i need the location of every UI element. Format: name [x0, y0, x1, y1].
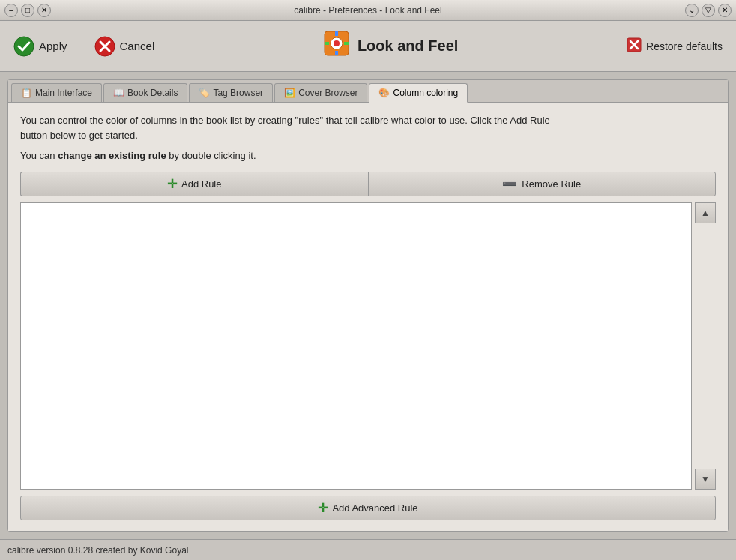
description-text: You can control the color of columns in …: [20, 113, 716, 142]
column-coloring-tab-label: Column coloring: [393, 88, 458, 98]
book-details-tab-icon: 📖: [113, 88, 124, 98]
main-content: 📋 Main Interface 📖 Book Details 🏷️ Tag B…: [0, 72, 736, 539]
tag-browser-tab-icon: 🏷️: [199, 88, 210, 98]
remove-rule-button[interactable]: ➖ Remove Rule: [368, 172, 717, 196]
change-rule-bold: change an existing rule: [58, 150, 166, 161]
svg-rect-8: [335, 51, 338, 55]
tab-book-details[interactable]: 📖 Book Details: [103, 83, 187, 102]
cancel-icon: [94, 36, 115, 57]
apply-icon: [13, 36, 34, 57]
apply-button[interactable]: Apply: [7, 33, 73, 60]
status-bar: calibre version 0.8.28 created by Kovid …: [0, 539, 736, 560]
tag-browser-tab-label: Tag Browser: [213, 88, 263, 98]
restore-defaults-button[interactable]: Restore defaults: [621, 34, 729, 58]
window-action-button-2[interactable]: ▽: [702, 4, 715, 17]
column-coloring-tab-content: You can control the color of columns in …: [8, 103, 728, 531]
rule-action-buttons: ✛ Add Rule ➖ Remove Rule: [20, 172, 716, 196]
restore-icon: [627, 37, 642, 55]
tab-main-interface[interactable]: 📋 Main Interface: [11, 83, 102, 102]
window-minimize-button[interactable]: –: [4, 4, 18, 17]
add-advanced-rule-label: Add Advanced Rule: [332, 502, 417, 514]
cover-browser-tab-label: Cover Browser: [298, 88, 358, 98]
change-rule-text: You can change an existing rule by doubl…: [20, 150, 716, 161]
main-interface-tab-label: Main Interface: [35, 88, 92, 98]
add-advanced-rule-icon: ✛: [318, 501, 328, 515]
window-title: calibre - Preferences - Look and Feel: [294, 4, 441, 16]
tab-container: 📋 Main Interface 📖 Book Details 🏷️ Tag B…: [7, 79, 729, 532]
toolbar-title-section: Look and Feel: [175, 30, 606, 62]
svg-rect-10: [344, 42, 349, 45]
toolbar: Apply Cancel Look and Feel: [0, 21, 736, 72]
svg-rect-9: [325, 42, 329, 45]
bottom-btn-row: ✛ Add Advanced Rule: [20, 496, 716, 520]
add-rule-button[interactable]: ✛ Add Rule: [20, 172, 368, 196]
remove-rule-label: Remove Rule: [522, 178, 581, 190]
cover-browser-tab-icon: 🖼️: [284, 88, 295, 98]
scroll-up-button[interactable]: ▲: [695, 202, 716, 223]
scroll-down-button[interactable]: ▼: [695, 469, 716, 490]
title-bar: – □ ✕ calibre - Preferences - Look and F…: [0, 0, 736, 21]
window-close-button[interactable]: ✕: [37, 4, 51, 17]
remove-rule-icon: ➖: [502, 177, 517, 191]
tab-column-coloring[interactable]: 🎨 Column coloring: [369, 83, 468, 103]
apply-label: Apply: [39, 40, 67, 52]
title-bar-controls: – □ ✕ calibre - Preferences - Look and F…: [4, 4, 732, 17]
add-advanced-rule-button[interactable]: ✛ Add Advanced Rule: [20, 496, 716, 520]
rules-list[interactable]: [20, 202, 692, 490]
add-rule-label: Add Rule: [181, 178, 221, 190]
column-coloring-tab-icon: 🎨: [378, 88, 390, 98]
window-action-button-3[interactable]: ✕: [718, 4, 732, 17]
title-bar-right-controls: ⌄ ▽ ✕: [685, 4, 732, 17]
title-bar-left-controls: – □ ✕: [4, 4, 51, 17]
rules-list-container: ▲ ▼: [20, 202, 716, 490]
svg-point-0: [14, 37, 34, 56]
tabs-bar: 📋 Main Interface 📖 Book Details 🏷️ Tag B…: [8, 80, 728, 103]
scroll-buttons: ▲ ▼: [695, 202, 716, 490]
book-details-tab-label: Book Details: [127, 88, 178, 98]
tab-tag-browser[interactable]: 🏷️ Tag Browser: [189, 83, 273, 102]
main-interface-tab-icon: 📋: [21, 88, 32, 98]
cancel-button[interactable]: Cancel: [88, 33, 161, 60]
tab-cover-browser[interactable]: 🖼️ Cover Browser: [274, 83, 367, 102]
add-rule-icon: ✛: [167, 177, 177, 191]
toolbar-title: Look and Feel: [358, 37, 458, 55]
svg-rect-7: [335, 31, 338, 36]
status-text: calibre version 0.8.28 created by Kovid …: [7, 545, 188, 556]
restore-defaults-label: Restore defaults: [646, 40, 723, 52]
look-and-feel-icon: [323, 30, 350, 62]
window-action-button-1[interactable]: ⌄: [685, 4, 699, 17]
window-maximize-button[interactable]: □: [21, 4, 34, 17]
cancel-label: Cancel: [120, 40, 155, 52]
svg-point-6: [334, 40, 340, 46]
